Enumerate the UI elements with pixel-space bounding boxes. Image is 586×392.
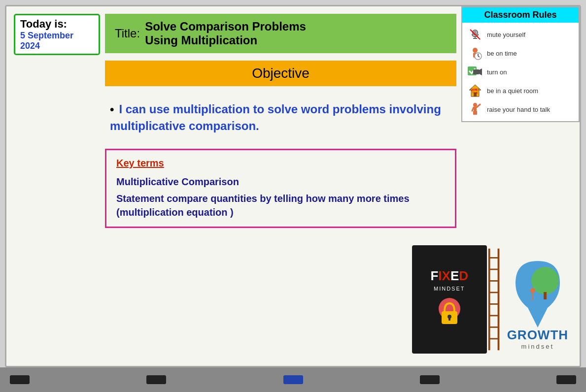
objective-bullet: •I can use multiplication to solve word …	[105, 96, 456, 144]
bottom-tray	[0, 367, 586, 392]
svg-point-14	[531, 267, 559, 294]
marker-right	[556, 375, 576, 384]
svg-point-35	[473, 103, 477, 107]
classroom-rules-header: Classroom Rules	[462, 7, 579, 23]
today-date: 5 September 2024	[20, 31, 94, 51]
rule-ontime: be on time	[467, 45, 574, 61]
rule-ontime-text: be on time	[487, 50, 517, 57]
svg-point-16	[530, 288, 535, 293]
whiteboard: Today is: 5 September 2024 Title: Solve …	[5, 5, 581, 367]
clock-icon	[467, 45, 483, 61]
key-terms-term: Multiplicative Comparison	[116, 176, 445, 188]
classroom-rules-panel: Classroom Rules mute yourself	[461, 6, 580, 122]
svg-rect-15	[544, 292, 547, 299]
title-label: Title:	[115, 27, 140, 40]
growth-head-icon	[501, 249, 575, 332]
definition-part1: Statement compare quantities by telling …	[116, 193, 410, 204]
growth-subtitle: mindset	[521, 343, 554, 350]
marker-center-right	[420, 375, 440, 384]
svg-rect-29	[473, 69, 479, 74]
marker-left	[10, 375, 30, 384]
key-terms-box: Key terms Multiplicative Comparison Stat…	[105, 149, 456, 228]
marker-center-left	[146, 375, 166, 384]
svg-line-37	[477, 104, 480, 107]
svg-marker-30	[479, 68, 482, 75]
svg-line-38	[472, 107, 474, 111]
svg-rect-3	[448, 318, 450, 321]
bullet-dot: •	[110, 102, 114, 116]
marker-center	[283, 375, 303, 384]
rule-turnon-text: turn on	[487, 68, 507, 76]
rule-mute-text: mute yourself	[487, 31, 525, 38]
rule-hand-text: raise your hand to talk	[487, 106, 550, 113]
growth-title: GROWTH	[507, 327, 568, 343]
key-terms-title: Key terms	[116, 158, 445, 169]
rule-hand: raise your hand to talk	[467, 101, 574, 117]
rule-quiet-text: be in a quiet room	[487, 87, 538, 95]
svg-rect-39	[473, 111, 477, 115]
house-icon: QUIET TIME	[467, 83, 483, 98]
rule-mute: mute yourself	[467, 27, 574, 42]
fixed-title: FIXED	[430, 268, 468, 284]
camera-icon	[467, 64, 483, 80]
mindset-area: FIXED MINDSET	[412, 238, 575, 361]
lock-icon	[435, 296, 464, 331]
today-label: Today is:	[20, 18, 94, 31]
definition-part3: )	[230, 207, 234, 218]
objective-bar: Objective	[105, 61, 456, 86]
fixed-subtitle: MINDSET	[434, 286, 465, 292]
svg-point-23	[473, 48, 478, 53]
main-content: Title: Solve Comparison ProblemsUsing Mu…	[105, 14, 456, 361]
objective-label: Objective	[252, 65, 310, 81]
objective-text: I can use multiplication to solve word p…	[110, 102, 441, 132]
microphone-icon	[467, 27, 483, 42]
rule-quiet: QUIET TIME be in a quiet room	[467, 83, 574, 98]
hand-icon	[467, 101, 483, 117]
fixed-mindset-card: FIXED MINDSET	[412, 245, 487, 354]
classroom-rules-body: mute yourself be on time	[462, 23, 579, 121]
rule-turnon: turn on	[467, 64, 574, 80]
title-bar: Title: Solve Comparison ProblemsUsing Mu…	[105, 14, 456, 53]
definition-part2: (multiplication equation	[116, 207, 228, 218]
today-box: Today is: 5 September 2024	[14, 14, 100, 55]
growth-mindset-card: GROWTH mindset	[501, 245, 575, 354]
title-text: Solve Comparison ProblemsUsing Multiplic…	[145, 20, 306, 47]
ladder-icon	[487, 245, 501, 354]
key-terms-definition: Statement compare quantities by telling …	[116, 192, 445, 219]
svg-text:TIME: TIME	[472, 91, 479, 94]
